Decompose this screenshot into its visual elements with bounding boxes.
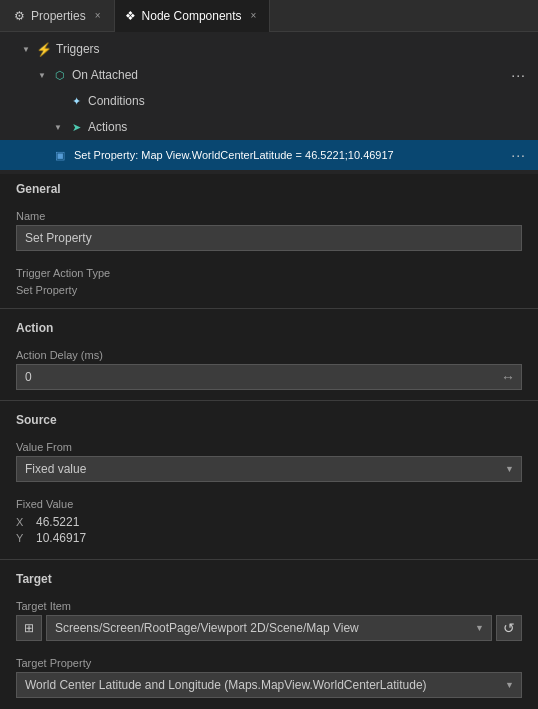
properties-tab-close[interactable]: × — [92, 9, 104, 22]
properties-tab-icon: ⚙ — [14, 9, 25, 23]
action-delay-label: Action Delay (ms) — [16, 349, 522, 361]
tab-node-components[interactable]: ❖ Node Components × — [115, 0, 271, 32]
conditions-label: Conditions — [88, 94, 145, 108]
tree-actions[interactable]: ▼ ➤ Actions — [0, 114, 538, 140]
target-item-select[interactable]: Screens/Screen/RootPage/Viewport 2D/Scen… — [46, 615, 492, 641]
divider-2 — [0, 400, 538, 401]
trigger-action-type-value: Set Property — [16, 282, 522, 298]
target-property-select-wrapper: World Center Latitude and Longitude (Map… — [16, 672, 522, 698]
value-from-select-wrapper: Fixed value — [16, 456, 522, 482]
tree-conditions[interactable]: ▶ ✦ Conditions — [0, 88, 538, 114]
xy-row-x: X 46.5221 — [16, 515, 522, 529]
action-item-icon: ▣ — [52, 147, 68, 163]
node-components-tab-label: Node Components — [142, 9, 242, 23]
tree-section: ▼ ⚡ Triggers ▼ ⬡ On Attached ··· ▶ ✦ Con… — [0, 32, 538, 174]
value-from-field-group: Value From Fixed value — [0, 431, 538, 488]
tab-properties[interactable]: ⚙ Properties × — [4, 0, 115, 32]
action-delay-input[interactable] — [17, 366, 495, 388]
tree-on-attached[interactable]: ▼ ⬡ On Attached ··· — [0, 62, 538, 88]
target-property-label: Target Property — [16, 657, 522, 669]
y-value: 10.46917 — [36, 531, 86, 545]
name-label: Name — [16, 210, 522, 222]
triggers-arrow: ▼ — [20, 43, 32, 55]
triggers-label: Triggers — [56, 42, 100, 56]
actions-arrow: ▼ — [52, 121, 64, 133]
divider-3 — [0, 559, 538, 560]
general-section-header: General — [0, 174, 538, 200]
triggers-icon: ⚡ — [36, 41, 52, 57]
conditions-icon: ✦ — [68, 93, 84, 109]
selected-action-row[interactable]: ▣ Set Property: Map View.WorldCenterLati… — [0, 140, 538, 170]
target-item-select-wrapper: Screens/Screen/RootPage/Viewport 2D/Scen… — [46, 615, 492, 641]
action-delay-field-group: Action Delay (ms) ↔ — [0, 339, 538, 396]
actions-icon: ➤ — [68, 119, 84, 135]
divider-1 — [0, 308, 538, 309]
x-value: 46.5221 — [36, 515, 79, 529]
properties-panel: General Name Trigger Action Type Set Pro… — [0, 174, 538, 709]
tabs-bar: ⚙ Properties × ❖ Node Components × — [0, 0, 538, 32]
action-delay-arrows-icon[interactable]: ↔ — [495, 369, 521, 385]
name-input[interactable] — [16, 225, 522, 251]
value-from-select[interactable]: Fixed value — [16, 456, 522, 482]
tree-triggers[interactable]: ▼ ⚡ Triggers — [0, 36, 538, 62]
name-field-group: Name — [0, 200, 538, 257]
target-section-header: Target — [0, 564, 538, 590]
fixed-value-label: Fixed Value — [16, 498, 522, 510]
properties-tab-label: Properties — [31, 9, 86, 23]
target-item-row: ⊞ Screens/Screen/RootPage/Viewport 2D/Sc… — [16, 615, 522, 641]
y-label: Y — [16, 532, 28, 544]
actions-label: Actions — [88, 120, 127, 134]
on-attached-icon: ⬡ — [52, 67, 68, 83]
target-item-field-group: Target Item ⊞ Screens/Screen/RootPage/Vi… — [0, 590, 538, 647]
x-label: X — [16, 516, 28, 528]
source-section-header: Source — [0, 405, 538, 431]
node-components-tab-close[interactable]: × — [248, 9, 260, 22]
xy-row-y: Y 10.46917 — [16, 531, 522, 545]
target-item-refresh-button[interactable]: ↺ — [496, 615, 522, 641]
value-from-label: Value From — [16, 441, 522, 453]
xy-values: X 46.5221 Y 10.46917 — [16, 513, 522, 549]
trigger-action-type-label: Trigger Action Type — [16, 267, 522, 279]
target-property-field-field-group: Target Property Field Whole property — [0, 704, 538, 709]
action-delay-input-wrapper: ↔ — [16, 364, 522, 390]
trigger-action-type-field-group: Trigger Action Type Set Property — [0, 257, 538, 304]
on-attached-menu-button[interactable]: ··· — [507, 66, 530, 84]
node-components-tab-icon: ❖ — [125, 9, 136, 23]
target-property-field-group: Target Property World Center Latitude an… — [0, 647, 538, 704]
target-property-select[interactable]: World Center Latitude and Longitude (Map… — [16, 672, 522, 698]
selected-action-label: Set Property: Map View.WorldCenterLatitu… — [74, 149, 501, 161]
target-item-grid-icon[interactable]: ⊞ — [16, 615, 42, 641]
on-attached-arrow: ▼ — [36, 69, 48, 81]
on-attached-label: On Attached — [72, 68, 138, 82]
action-menu-button[interactable]: ··· — [507, 146, 530, 164]
action-section-header: Action — [0, 313, 538, 339]
fixed-value-field-group: Fixed Value X 46.5221 Y 10.46917 — [0, 488, 538, 555]
target-item-label: Target Item — [16, 600, 522, 612]
